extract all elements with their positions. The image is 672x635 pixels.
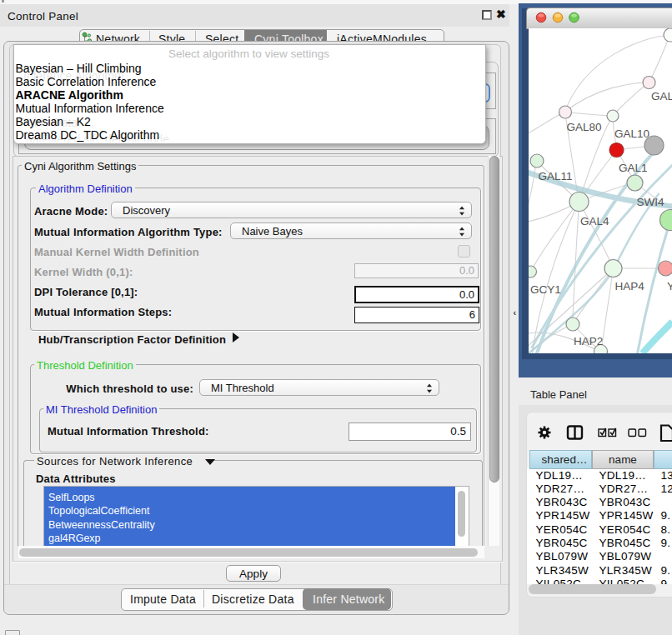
svg-text:GAL10: GAL10: [614, 128, 649, 140]
svg-text:GAL11: GAL11: [538, 170, 572, 182]
svg-text:GAL4: GAL4: [580, 215, 609, 228]
svg-text:GAL: GAL: [651, 90, 672, 102]
svg-text:GAL1: GAL1: [619, 162, 648, 174]
svg-text:Y: Y: [667, 280, 672, 292]
svg-text:GAL80: GAL80: [566, 121, 601, 133]
svg-text:HAP2: HAP2: [574, 335, 603, 348]
svg-text:SWI4: SWI4: [636, 196, 664, 208]
svg-text:HAP4: HAP4: [614, 280, 644, 292]
svg-text:GCY1: GCY1: [530, 283, 561, 296]
